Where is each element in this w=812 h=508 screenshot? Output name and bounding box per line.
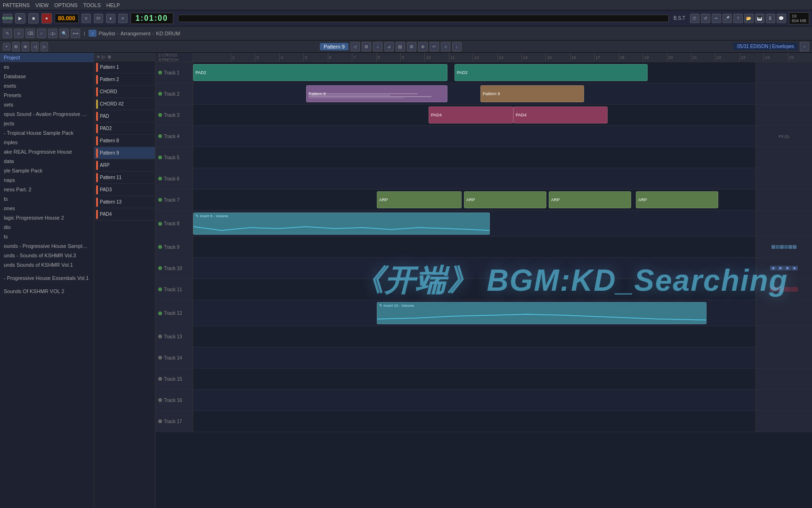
track-content-3[interactable]: PAD4 PAD4: [193, 105, 755, 125]
tool7-icon[interactable]: ♫: [441, 42, 450, 51]
note-icon[interactable]: ♩: [373, 42, 382, 51]
sidebar-item-avalon[interactable]: opus Sound - Avalon Progressive House ` …: [0, 109, 94, 119]
pattern-item-8[interactable]: ARP: [94, 159, 155, 172]
play-button[interactable]: ▶: [15, 13, 25, 24]
clip-arp-7b[interactable]: ARP: [464, 191, 546, 208]
sidebar-item-database[interactable]: Database: [0, 72, 94, 81]
bpm-display[interactable]: 80.000: [55, 14, 79, 23]
pattern-item-11[interactable]: Pattern 13: [94, 196, 155, 208]
sidebar-item-essentials[interactable]: - Progressive House Essentials Vol.1: [0, 273, 94, 283]
sidebar-item-sets[interactable]: sets: [0, 100, 94, 109]
pattern-panel-arrow[interactable]: ▷: [102, 54, 106, 59]
bar-icon[interactable]: 32: [94, 14, 103, 23]
track-content-2[interactable]: Pattern 8 Pattern 9: [193, 83, 755, 104]
breadcrumb-arrangement[interactable]: Arrangement: [121, 31, 151, 36]
arrow-right-icon[interactable]: ▷: [41, 42, 48, 51]
sidebar-item-mples[interactable]: mples: [0, 138, 94, 147]
track-content-16[interactable]: [193, 390, 755, 410]
clip-pad2-1a[interactable]: PAD2: [193, 64, 447, 81]
track-content-7[interactable]: ARP ARP ARP ARP: [193, 189, 755, 210]
mixer-icon[interactable]: ≡: [118, 14, 128, 23]
pattern-item-3[interactable]: CHORD #2: [94, 98, 155, 110]
draw-tool[interactable]: ✎: [3, 29, 12, 38]
loop-icon[interactable]: ↺: [701, 14, 710, 23]
clip-pattern9-2[interactable]: Pattern 9: [480, 85, 584, 102]
track-content-14[interactable]: [193, 347, 755, 368]
mic-icon[interactable]: 🎤: [723, 14, 732, 23]
track-content-13[interactable]: [193, 326, 755, 347]
tool5-icon[interactable]: ⊕: [418, 42, 428, 51]
select-tool[interactable]: ⊹: [14, 29, 24, 38]
menu-options[interactable]: OPTIONS: [54, 2, 78, 8]
pattern-item-12[interactable]: PAD4: [94, 208, 155, 221]
song-progress-bar[interactable]: [178, 15, 669, 22]
sidebar-item-jects[interactable]: jects: [0, 119, 94, 128]
current-pattern[interactable]: Pattern 9: [320, 43, 349, 50]
menu-patterns[interactable]: PATTERNS: [3, 2, 30, 8]
tool3-icon[interactable]: ▤: [396, 42, 405, 51]
sidebar-item-tropical[interactable]: - Tropical House Sample Pack: [0, 128, 94, 138]
sidebar-item-magic[interactable]: lagic Progressive House 2: [0, 213, 94, 222]
chat-icon[interactable]: 💬: [777, 14, 786, 23]
tool8-icon[interactable]: ↓: [452, 42, 462, 51]
pattern-item-2[interactable]: CHORD: [94, 86, 155, 98]
clip-pad2-1b[interactable]: PAD2: [455, 64, 648, 81]
metronome-icon[interactable]: ⏱: [690, 14, 699, 23]
clip-pattern8-2[interactable]: Pattern 8: [306, 85, 447, 102]
track-content-6[interactable]: [193, 168, 755, 189]
sidebar-item-ounds[interactable]: ounds - Progressive House Sample Pack: [0, 241, 94, 251]
track-content-17[interactable]: [193, 411, 755, 432]
menu-help[interactable]: HELP: [106, 2, 120, 8]
track-content-4[interactable]: [193, 126, 755, 147]
tool6-icon[interactable]: ✂: [430, 42, 439, 51]
grid-icon[interactable]: ⊞: [362, 42, 371, 51]
track-content-5[interactable]: [193, 147, 755, 168]
clip-arp-7a[interactable]: ARP: [377, 191, 462, 208]
clip-arp-7d[interactable]: ARP: [636, 191, 718, 208]
sidebar-item-kshmr3[interactable]: unds - Sounds of KSHMR Vol.3: [0, 251, 94, 260]
tool2-icon[interactable]: ⊿: [384, 42, 394, 51]
sidebar-item-project[interactable]: Project: [0, 53, 94, 62]
sidebar-item-es[interactable]: es: [0, 62, 94, 72]
clip-insert6-8a[interactable]: ✎ Insert 6 - Volume: [193, 213, 490, 235]
pattern-item-5[interactable]: PAD2: [94, 123, 155, 135]
sidebar-item-kshmrvol2[interactable]: Sounds Of KSHMR VOL 2: [0, 287, 94, 296]
track-content-10[interactable]: [193, 258, 755, 279]
browser-icon[interactable]: 📂: [744, 14, 754, 23]
track-content-8[interactable]: ✎ Insert 6 - Volume: [193, 211, 755, 237]
sidebar-item-naps[interactable]: naps: [0, 175, 94, 185]
track-content-12[interactable]: ✎ Insert 10 - Volume: [193, 300, 755, 326]
pattern-panel-zoom[interactable]: ⊕: [107, 54, 111, 59]
stretch-tool[interactable]: ⟺: [71, 29, 80, 38]
track-content-9[interactable]: [193, 237, 755, 257]
sidebar-item-ts[interactable]: ts: [0, 194, 94, 204]
stop-button[interactable]: ■: [28, 13, 39, 24]
arrow-left-icon[interactable]: ◁: [31, 42, 39, 51]
track-content-1[interactable]: PAD2 PAD2: [193, 62, 755, 83]
sidebar-item-data[interactable]: data: [0, 156, 94, 166]
pattern-item-9[interactable]: Pattern 11: [94, 172, 155, 184]
sidebar-item-ts2[interactable]: ts: [0, 232, 94, 241]
pattern-icon[interactable]: ≡: [81, 14, 91, 23]
pattern-item-10[interactable]: PAD3: [94, 184, 155, 196]
track-content-11[interactable]: [193, 279, 755, 300]
clip-pad4-3b[interactable]: PAD4: [513, 107, 608, 123]
clip-pad4-3a[interactable]: PAD4: [429, 107, 513, 123]
slip-tool[interactable]: ◁▷: [48, 29, 57, 38]
track-content-15[interactable]: [193, 369, 755, 389]
clip-insert10-12[interactable]: ✎ Insert 10 - Volume: [377, 302, 706, 324]
sidebar-item-ness[interactable]: ness Part. 2: [0, 185, 94, 194]
edison-label[interactable]: 05/31 EDISON | Envelopes: [733, 43, 798, 50]
sidebar-item-dio[interactable]: dio: [0, 222, 94, 232]
clip-arp-7c[interactable]: ARP: [549, 191, 631, 208]
edison-expand[interactable]: ›: [800, 42, 809, 51]
pattern-item-4[interactable]: PAD: [94, 110, 155, 123]
sidebar-item-empty[interactable]: [0, 270, 94, 273]
menu-view[interactable]: VIEW: [35, 2, 49, 8]
magnet-icon[interactable]: ⊕: [22, 42, 29, 51]
channel-icon[interactable]: ♦: [106, 14, 115, 23]
pattern-item-6[interactable]: Pattern 8: [94, 135, 155, 147]
sidebar-item-presets[interactable]: Presets: [0, 90, 94, 100]
record-button[interactable]: ●: [41, 13, 52, 24]
tool4-icon[interactable]: ⊞: [407, 42, 416, 51]
